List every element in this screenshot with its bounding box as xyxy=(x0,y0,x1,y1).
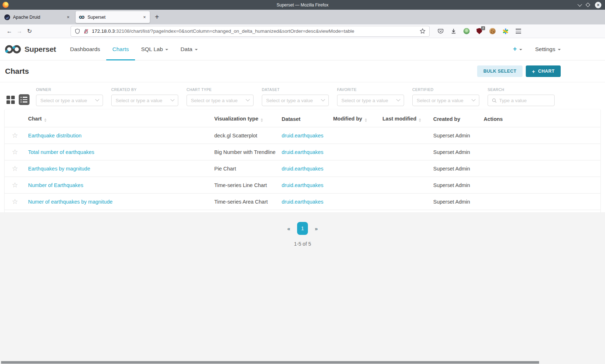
ublock-badge: 2 xyxy=(481,26,485,30)
chart-link[interactable]: Number of Earthquakes xyxy=(28,182,83,188)
cookie-extension-icon[interactable] xyxy=(489,28,496,35)
col-visualization-type[interactable]: Visualization type xyxy=(211,109,279,127)
bookmark-star-icon[interactable] xyxy=(420,28,426,34)
favorite-star-icon[interactable]: ☆ xyxy=(12,148,18,156)
filter-search: SEARCH xyxy=(488,87,555,106)
filter-label: CREATED BY xyxy=(111,87,178,92)
created-by-select[interactable]: Select or type a value xyxy=(111,95,178,106)
browser-toolbar: ← → ↻ 172.18.0.3:32108/chart/list/?pageI… xyxy=(0,24,605,38)
new-item-plus-button[interactable]: + xyxy=(513,45,522,53)
dataset-link[interactable]: druid.earthquakes xyxy=(282,199,323,205)
viz-type: Pie Chart xyxy=(214,166,236,172)
dataset-link[interactable]: druid.earthquakes xyxy=(282,133,323,138)
row-count: 1-5 of 5 xyxy=(294,241,311,247)
favorite-star-icon[interactable]: ☆ xyxy=(12,132,18,139)
window-minimize-icon[interactable] xyxy=(578,2,582,7)
extension-green-icon[interactable] xyxy=(463,28,470,35)
forward-button[interactable]: → xyxy=(14,28,24,35)
insecure-lock-icon[interactable] xyxy=(83,28,89,34)
filter-certified: CERTIFIED Select or type a value xyxy=(412,87,479,106)
filter-created-by: CREATED BY Select or type a value xyxy=(111,87,178,106)
dataset-link[interactable]: druid.earthquakes xyxy=(282,166,323,172)
viz-type: Big Number with Trendline xyxy=(214,149,275,155)
sort-carets-icon[interactable] xyxy=(365,118,367,122)
sort-carets-icon[interactable] xyxy=(44,118,46,122)
nav-item-charts[interactable]: Charts xyxy=(106,38,135,60)
plus-icon: + xyxy=(532,68,535,74)
nav-item-dashboards[interactable]: Dashboards xyxy=(64,38,106,60)
chart-link[interactable]: Earthquakes by magnitude xyxy=(28,166,90,172)
reload-button[interactable]: ↻ xyxy=(24,28,35,35)
url-host: 172.18.0.3 xyxy=(92,28,115,34)
pagination-next-button[interactable]: » xyxy=(315,226,318,232)
back-button[interactable]: ← xyxy=(4,28,14,35)
tracking-protection-shield-icon[interactable] xyxy=(75,28,80,34)
created-by: Superset Admin xyxy=(433,166,470,172)
tab-close-icon[interactable]: × xyxy=(66,14,70,20)
superset-favicon-icon xyxy=(79,14,85,20)
charts-list-section: Chart Visualization type Dataset Modifie… xyxy=(0,106,605,212)
superset-logo-icon xyxy=(4,44,22,54)
superset-brand[interactable]: Superset xyxy=(4,38,56,60)
window-titlebar: Superset — Mozilla Firefox × xyxy=(0,0,605,10)
horizontal-scrollbar-thumb[interactable] xyxy=(1,361,539,364)
downloads-icon[interactable] xyxy=(450,28,457,35)
col-last-modified[interactable]: Last modified xyxy=(380,109,430,127)
favorite-select[interactable]: Select or type a value xyxy=(337,95,404,106)
chart-link[interactable]: Earthquake distribution xyxy=(28,133,81,138)
chevron-down-icon xyxy=(95,97,99,101)
nav-item-data[interactable]: Data xyxy=(174,38,204,60)
filters-bar: OWNER Select or type a value CREATED BY … xyxy=(0,82,605,106)
owner-select[interactable]: Select or type a value xyxy=(36,95,103,106)
search-input-wrap xyxy=(488,95,555,106)
col-modified-by[interactable]: Modified by xyxy=(330,109,380,127)
pagination-prev-button[interactable]: « xyxy=(287,226,290,232)
settings-menu[interactable]: Settings xyxy=(535,46,561,53)
chart-link[interactable]: Total number of earthquakes xyxy=(28,149,94,155)
chevron-down-icon xyxy=(471,97,475,101)
bulk-select-button[interactable]: BULK SELECT xyxy=(477,65,523,77)
toolbar-extensions: 2 xyxy=(437,28,522,35)
filter-label: CERTIFIED xyxy=(412,87,479,92)
search-input[interactable] xyxy=(499,98,550,103)
new-tab-button[interactable]: + xyxy=(155,13,159,21)
pagination-page-1[interactable]: 1 xyxy=(297,222,308,235)
chevron-down-icon xyxy=(396,97,400,101)
dataset-link[interactable]: druid.earthquakes xyxy=(282,182,323,188)
favorite-star-icon[interactable]: ☆ xyxy=(12,181,18,189)
tab-close-icon[interactable]: × xyxy=(142,14,147,20)
url-path: :32108/chart/list/?pageIndex=0&sortColum… xyxy=(115,28,354,34)
firefox-window: Superset — Mozilla Firefox × Apache Drui… xyxy=(0,0,605,364)
pocket-icon[interactable] xyxy=(437,28,444,35)
url-bar[interactable]: 172.18.0.3:32108/chart/list/?pageIndex=0… xyxy=(71,26,430,37)
firefox-icon xyxy=(3,2,9,8)
filter-dataset: DATASET Select or type a value xyxy=(262,87,329,106)
card-view-toggle-icon[interactable] xyxy=(6,96,15,104)
dataset-link[interactable]: druid.earthquakes xyxy=(282,149,323,155)
superset-navbar: Superset Dashboards Charts SQL Lab Data … xyxy=(0,38,605,60)
certified-select[interactable]: Select or type a value xyxy=(412,95,479,106)
list-view-toggle-icon[interactable] xyxy=(19,94,30,105)
table-row: ☆ Number of Earthquakes Time-series Line… xyxy=(5,177,600,194)
chart-link[interactable]: Numer of earthquakes by magnitude xyxy=(28,199,113,205)
sort-carets-icon[interactable] xyxy=(261,118,263,122)
tab-superset[interactable]: Superset × xyxy=(76,11,150,23)
nav-item-sql-lab[interactable]: SQL Lab xyxy=(135,38,175,60)
favorite-star-icon[interactable]: ☆ xyxy=(12,198,18,205)
window-maximize-icon[interactable] xyxy=(586,3,590,7)
dataset-select[interactable]: Select or type a value xyxy=(262,95,329,106)
sort-carets-icon[interactable] xyxy=(419,118,421,122)
tab-apache-druid[interactable]: Apache Druid × xyxy=(1,11,73,23)
extension-colorful-icon[interactable] xyxy=(502,28,509,35)
ublock-shield-icon[interactable]: 2 xyxy=(476,28,483,35)
menu-hamburger-icon[interactable] xyxy=(515,28,522,35)
favorite-column-header xyxy=(5,109,25,127)
chart-type-select[interactable]: Select or type a value xyxy=(187,95,254,106)
charts-table-card: Chart Visualization type Dataset Modifie… xyxy=(5,109,600,212)
favorite-star-icon[interactable]: ☆ xyxy=(12,165,18,172)
col-chart[interactable]: Chart xyxy=(25,109,211,127)
url-text[interactable]: 172.18.0.3:32108/chart/list/?pageIndex=0… xyxy=(92,28,354,34)
tab-strip: Apache Druid × Superset × + xyxy=(0,10,605,24)
window-close-icon[interactable]: × xyxy=(595,2,601,8)
new-chart-button[interactable]: + CHART xyxy=(526,65,561,77)
